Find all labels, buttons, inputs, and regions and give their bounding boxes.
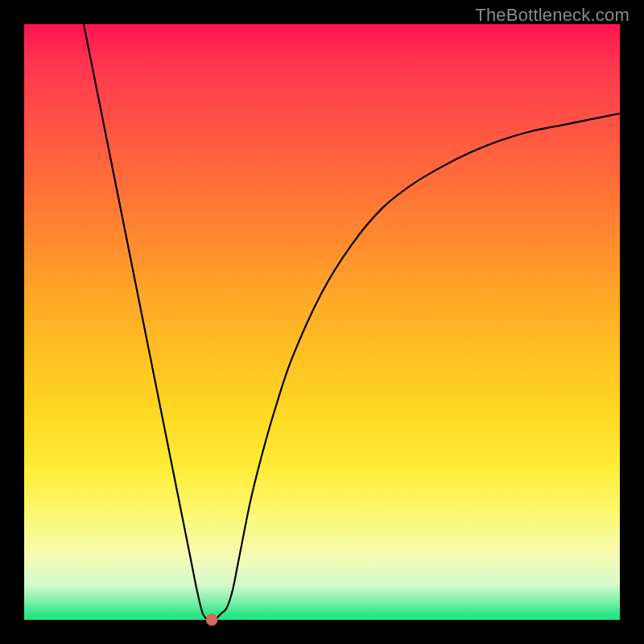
watermark-text: TheBottleneck.com <box>475 5 630 26</box>
bottleneck-curve <box>84 24 620 621</box>
optimal-point-marker <box>206 614 217 625</box>
curve-svg <box>24 24 620 620</box>
plot-area <box>24 24 620 620</box>
chart-frame: TheBottleneck.com <box>0 0 644 644</box>
